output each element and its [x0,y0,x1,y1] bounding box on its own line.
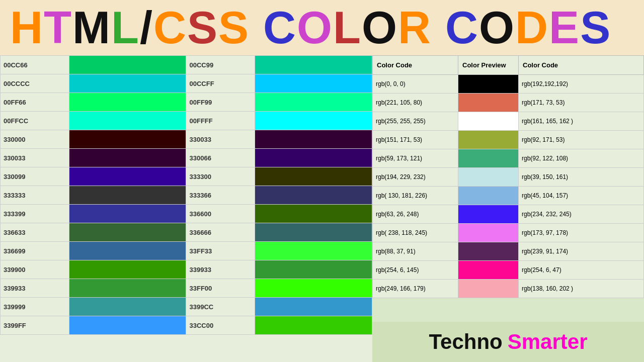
color-swatch-1 [69,260,186,279]
hex-code-1: 336699 [1,242,69,260]
hex-code-1: 339999 [1,298,69,316]
rgb-code-2: rgb(161, 165, 162 ) [519,112,644,131]
rgb-swatch [458,261,519,280]
color-swatch-1 [69,56,186,74]
rgb-code-1: rgb(0, 0, 0) [373,75,458,94]
color-swatch-1 [69,298,186,316]
hex-code-2: 330066 [186,149,255,167]
color-swatch-2 [255,149,372,167]
hex-code-1: 339900 [1,260,69,279]
hex-code-1: 3399FF [1,316,69,335]
color-swatch-2 [255,186,372,205]
hex-code-2: 333300 [186,167,255,186]
hex-code-2: 00CCFF [186,74,255,93]
color-swatch-2 [255,242,372,260]
rgb-swatch [458,187,519,205]
page-title: HTML/CSS COLOR CODES [10,5,611,50]
rgb-swatch [458,94,519,112]
color-swatch-2 [255,298,372,316]
right-panel: Color Code Color Preview Color Code rgb(… [372,55,644,362]
hex-code-2: 00FF99 [186,93,255,112]
color-swatch-2 [255,316,372,335]
rgb-code-1: rgb(59, 173, 121) [373,149,458,168]
left-table-row: 339933 33FF00 [1,279,372,298]
hex-code-2: 00FFFF [186,112,255,130]
color-swatch-2 [255,56,372,74]
hex-code-1: 336633 [1,223,69,242]
rgb-code-1: rgb( 130, 181, 226) [373,187,458,205]
hex-code-1: 00CC66 [1,56,69,74]
hex-code-1: 00FFCC [1,112,69,130]
col-header-code2: Color Code [519,56,644,75]
color-swatch-1 [69,186,186,205]
right-table-row: rgb(254, 6, 145) rgb(254, 6, 47) [373,261,644,280]
hex-code-2: 336600 [186,205,255,223]
col-header-code1: Color Code [373,56,458,75]
rgb-code-2: rgb(192,192,192) [519,75,644,94]
color-swatch-1 [69,167,186,186]
color-swatch-2 [255,223,372,242]
color-swatch-2 [255,130,372,149]
left-table-row: 333399 336600 [1,205,372,223]
hex-code-1: 00FF66 [1,93,69,112]
hex-code-1: 339933 [1,279,69,298]
hex-code-1: 330099 [1,167,69,186]
rgb-code-1: rgb( 238, 118, 245) [373,224,458,242]
right-table-row: rgb(63, 26, 248) rgb(234, 232, 245) [373,205,644,224]
rgb-code-2: rgb(254, 6, 47) [519,261,644,280]
left-table-row: 00CCCC 00CCFF [1,74,372,93]
color-swatch-1 [69,316,186,335]
rgb-swatch [458,149,519,168]
rgb-code-2: rgb(234, 232, 245) [519,205,644,224]
hex-code-1: 330033 [1,149,69,167]
right-table-row: rgb( 130, 181, 226) rgb(45, 104, 157) [373,187,644,205]
hex-code-2: 333366 [186,186,255,205]
rgb-code-1: rgb(194, 229, 232) [373,168,458,187]
color-swatch-1 [69,149,186,167]
hex-code-2: 00CC99 [186,56,255,74]
rgb-color-table: Color Code Color Preview Color Code rgb(… [372,55,644,298]
rgb-code-1: rgb(88, 37, 91) [373,242,458,261]
rgb-swatch [458,242,519,261]
right-table-row: rgb(59, 173, 121) rgb(92, 122, 108) [373,149,644,168]
right-table-row: rgb(255, 255, 255) rgb(161, 165, 162 ) [373,112,644,131]
right-table-row: rgb(221, 105, 80) rgb(171, 73, 53) [373,94,644,112]
right-table-row: rgb( 238, 118, 245) rgb(173, 97, 178) [373,224,644,242]
branding-smarter: Smarter [508,330,588,354]
right-table-container: Color Code Color Preview Color Code rgb(… [372,55,644,322]
color-swatch-1 [69,74,186,93]
hex-code-2: 33CC00 [186,316,255,335]
left-table-row: 330033 330066 [1,149,372,167]
right-table-row: rgb(151, 171, 53) rgb(92, 171, 53) [373,131,644,149]
left-table-row: 339900 339933 [1,260,372,279]
hex-code-2: 33FF00 [186,279,255,298]
rgb-swatch [458,131,519,149]
rgb-swatch [458,280,519,298]
left-color-table: 00CC66 00CC99 00CCCC 00CCFF 00FF66 00FF9… [0,55,372,362]
col-header-preview: Color Preview [458,56,519,75]
rgb-code-1: rgb(63, 26, 248) [373,205,458,224]
left-table-row: 336633 336666 [1,223,372,242]
hex-code-2: 339933 [186,260,255,279]
color-swatch-1 [69,205,186,223]
rgb-code-2: rgb(45, 104, 157) [519,187,644,205]
page-header: HTML/CSS COLOR CODES [0,0,644,55]
color-swatch-1 [69,93,186,112]
right-table-row: rgb(88, 37, 91) rgb(239, 91, 174) [373,242,644,261]
rgb-code-2: rgb(92, 122, 108) [519,149,644,168]
rgb-swatch [458,112,519,131]
color-swatch-2 [255,74,372,93]
left-table-row: 3399FF 33CC00 [1,316,372,335]
color-swatch-1 [69,112,186,130]
right-table-row: rgb(249, 166, 179) rgb(138, 160, 202 ) [373,280,644,298]
color-swatch-1 [69,242,186,260]
color-swatch-1 [69,279,186,298]
left-table-row: 336699 33FF33 [1,242,372,260]
branding-footer: Techno Smarter [372,322,644,362]
hex-code-1: 00CCCC [1,74,69,93]
branding-techno: Techno [429,330,503,354]
rgb-code-2: rgb(239, 91, 174) [519,242,644,261]
hex-color-table: 00CC66 00CC99 00CCCC 00CCFF 00FF66 00FF9… [0,55,372,335]
hex-code-2: 33FF33 [186,242,255,260]
rgb-code-1: rgb(221, 105, 80) [373,94,458,112]
